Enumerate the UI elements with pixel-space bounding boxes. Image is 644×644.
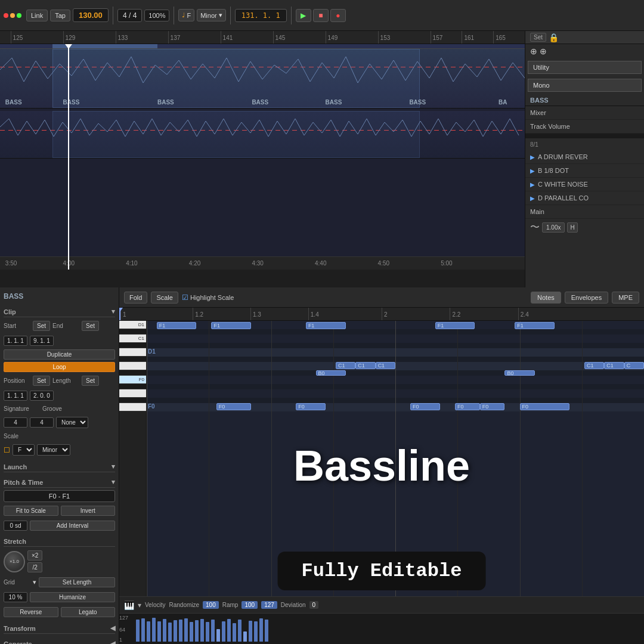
legato-btn[interactable]: Legato xyxy=(61,607,116,617)
vel-bar-9[interactable] xyxy=(179,620,182,642)
key-c1[interactable]: C1 xyxy=(119,335,146,343)
play-button[interactable]: ▶ xyxy=(296,9,311,22)
sig2-value[interactable]: 4 xyxy=(30,417,54,428)
key-d1[interactable]: D1 xyxy=(119,321,146,329)
record-button[interactable]: ● xyxy=(330,9,346,22)
set-start-btn[interactable]: Set xyxy=(33,321,50,331)
note-c1-4[interactable]: C1 xyxy=(584,362,604,369)
set-pos-btn[interactable]: Set xyxy=(33,376,50,386)
vel-bar-10[interactable] xyxy=(184,618,188,642)
note-f1-5[interactable]: F1 xyxy=(515,322,555,329)
note-f0-6[interactable]: F0 xyxy=(520,403,569,410)
note-f0-2[interactable]: F0 xyxy=(296,403,326,410)
scroll-right-icon[interactable]: ⊕ xyxy=(540,47,547,56)
vel-bar-18[interactable] xyxy=(227,619,231,642)
note-f0-4[interactable]: F0 xyxy=(455,403,480,410)
note-f1-4[interactable]: F1 xyxy=(435,322,475,329)
track-volume-item[interactable]: Track Volume xyxy=(525,120,644,134)
set-len-btn[interactable]: Set xyxy=(82,376,99,386)
vel-bar-24[interactable] xyxy=(259,618,263,642)
key-b0[interactable] xyxy=(119,343,146,348)
scale-selector[interactable]: Minor ▾ xyxy=(197,9,226,21)
vel-bar-22[interactable] xyxy=(249,621,252,642)
note-f0-1[interactable]: F0 xyxy=(216,403,251,410)
end-value[interactable]: 9. 1. 1 xyxy=(30,336,54,346)
zoom-level[interactable]: 100% xyxy=(144,10,169,21)
time-signature[interactable]: 4 / 4 xyxy=(117,9,142,22)
vel-bar-21[interactable] xyxy=(243,631,247,642)
vel-bar-19[interactable] xyxy=(233,623,236,642)
bpm-display[interactable]: 130.00 xyxy=(73,8,109,22)
position-display[interactable]: 131. 1. 1 xyxy=(235,9,287,22)
vel-bar-17[interactable] xyxy=(222,621,225,642)
key-cs1[interactable] xyxy=(119,329,146,335)
stretch-div2-btn[interactable]: /2 xyxy=(27,562,42,572)
vel-bar-13[interactable] xyxy=(200,619,204,642)
vel-bar-25[interactable] xyxy=(265,620,268,642)
scale-btn[interactable]: Scale xyxy=(151,292,178,304)
key-g0[interactable] xyxy=(119,362,146,370)
vel-bar-15[interactable] xyxy=(211,620,215,642)
return-a[interactable]: ▶ A DRUM REVER xyxy=(525,150,644,164)
max-val-display[interactable]: 127 xyxy=(261,601,277,609)
loop-btn[interactable]: Loop xyxy=(4,362,115,372)
note-f1-1[interactable]: F1 xyxy=(157,322,197,329)
humanize-btn[interactable]: Humanize xyxy=(30,592,115,602)
vel-bar-3[interactable] xyxy=(147,621,150,642)
vel-bar-8[interactable] xyxy=(174,620,177,642)
velocity-val-display[interactable]: 100 xyxy=(203,601,219,609)
key-d0[interactable] xyxy=(119,389,146,398)
reverse-btn[interactable]: Reverse xyxy=(4,607,58,617)
link-button[interactable]: Link xyxy=(26,10,48,21)
mixer-item[interactable]: Mixer xyxy=(525,106,644,120)
vel-bar-2[interactable] xyxy=(141,618,145,642)
vel-bar-16[interactable] xyxy=(216,629,220,642)
set-length-btn[interactable]: Set Length xyxy=(39,577,115,587)
key-db0[interactable] xyxy=(119,398,146,403)
mono-btn[interactable]: Mono xyxy=(528,79,642,92)
main-item[interactable]: Main xyxy=(525,205,644,219)
key-gb0[interactable] xyxy=(119,370,146,376)
stop-button[interactable]: ■ xyxy=(313,9,329,22)
scale-select[interactable]: Minor xyxy=(37,444,70,456)
key-ab0[interactable] xyxy=(119,357,146,362)
vel-bar-14[interactable] xyxy=(206,622,209,642)
key-c0[interactable] xyxy=(119,403,146,411)
key-selector[interactable]: ♩ F xyxy=(178,9,194,21)
vel-bar-1[interactable] xyxy=(136,620,140,642)
duplicate-btn[interactable]: Duplicate xyxy=(4,349,115,360)
note-f0-3[interactable]: F0 xyxy=(410,403,440,410)
velocity-arrow-down[interactable]: ▾ xyxy=(138,601,141,609)
vel-bar-11[interactable] xyxy=(190,622,193,642)
key-e0[interactable] xyxy=(119,384,146,389)
deviation-val-display[interactable]: 0 xyxy=(309,601,319,609)
mpe-tab[interactable]: MPE xyxy=(612,292,639,304)
vel-bar-20[interactable] xyxy=(238,620,242,642)
ramp-val-display[interactable]: 100 xyxy=(242,601,258,609)
invert-btn[interactable]: Invert xyxy=(61,506,116,516)
return-b[interactable]: ▶ B 1/8 DOT xyxy=(525,164,644,178)
note-f1-2[interactable]: F1 xyxy=(211,322,251,329)
envelopes-tab[interactable]: Envelopes xyxy=(565,292,608,304)
add-interval-btn[interactable]: Add Interval xyxy=(30,521,115,531)
utility-btn[interactable]: Utility xyxy=(528,61,642,74)
position-value[interactable]: 1. 1. 1 xyxy=(4,391,27,401)
groove-select[interactable]: None xyxy=(56,417,88,428)
length-value[interactable]: 2. 0. 0 xyxy=(30,391,54,401)
vel-bar-6[interactable] xyxy=(163,619,166,642)
midi-grid[interactable]: D1 F0 F1 F1 F1 F1 F1 C1 C1 C1 C1 C1 C B0… xyxy=(147,321,644,596)
speed-display[interactable]: 1.00x xyxy=(542,222,565,233)
note-c1-1[interactable]: C1 xyxy=(336,362,355,369)
note-f1-3[interactable]: F1 xyxy=(306,322,346,329)
stretch-x2-btn[interactable]: ×2 xyxy=(27,550,42,561)
note-c1-3[interactable]: C1 xyxy=(376,362,395,369)
vel-bar-5[interactable] xyxy=(157,621,161,642)
note-c1-2[interactable]: C1 xyxy=(355,362,375,369)
vel-bar-23[interactable] xyxy=(254,621,258,642)
key-a0[interactable] xyxy=(119,348,146,357)
tap-button[interactable]: Tap xyxy=(50,10,70,21)
vel-bar-12[interactable] xyxy=(195,620,199,642)
h-button[interactable]: H xyxy=(567,222,577,233)
stretch-knob[interactable]: ×1.0 xyxy=(4,551,25,572)
fold-btn[interactable]: Fold xyxy=(124,292,147,304)
